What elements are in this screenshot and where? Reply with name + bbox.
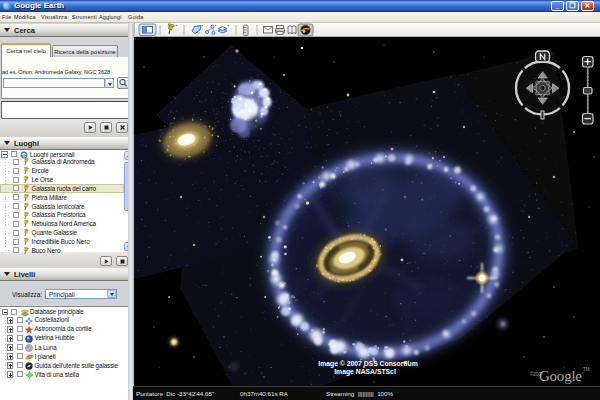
svg-text:TM: TM [583, 367, 590, 372]
svg-text:Google: Google [539, 368, 582, 384]
svg-text:Image NASA/STScI: Image NASA/STScI [334, 368, 396, 376]
